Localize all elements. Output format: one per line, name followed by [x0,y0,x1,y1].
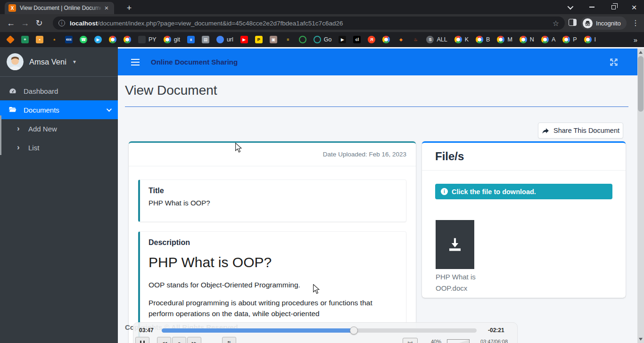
bookmark-google-1[interactable] [109,36,116,43]
tab-title-fade [91,2,103,14]
user-caret-icon[interactable]: ▾ [73,58,76,65]
browser-tab[interactable]: X View Document | Online Docume × [5,2,114,14]
bookmark-gem[interactable] [7,36,14,43]
files-card-title: File/s [422,143,626,171]
bookmark-eagle[interactable]: ▶ [339,36,346,43]
bookmark-telegram-icon: ▶ [94,36,102,43]
bookmark-google-2[interactable] [124,36,131,43]
sidebar-item-documents[interactable]: Documents [0,100,118,119]
sidebar-item-add-new[interactable]: › Add New [0,119,118,138]
page-scrollbar[interactable] [637,49,644,343]
bookmark-url-shortener-label: url [227,36,233,43]
bookmark-calculator[interactable]: ▤ [202,36,209,43]
bookmark-google-p[interactable]: P [562,36,577,43]
bookmark-whatsapp-icon: ☎ [80,36,87,43]
app-brand[interactable]: Online Document Sharing [151,58,238,66]
sidebar-item-list[interactable]: › List [0,138,118,157]
scrollbar-thumb[interactable] [638,56,644,112]
bookmark-google-n[interactable]: N [520,36,534,43]
scroll-down-arrow-icon[interactable] [639,338,643,341]
pause-button[interactable] [135,337,149,343]
bookmark-google-b[interactable]: B [476,36,490,43]
bookmark-plagiarism[interactable]: P [255,36,263,43]
bookmark-yandex[interactable]: Я [368,36,375,43]
restore-button[interactable] [603,0,624,14]
tab-close-icon[interactable]: × [103,4,110,12]
site-info-icon[interactable]: i [58,20,65,26]
new-tab-button[interactable]: + [124,3,135,13]
bookmarks-overflow-icon[interactable]: » [627,36,644,44]
bookmark-cart[interactable]: ¤ [284,36,292,43]
bookmark-barcode[interactable]: ||| [187,36,195,43]
bookmark-fire-icon: ♨ [412,36,419,43]
bookmark-google-a-icon [541,36,549,43]
side-panel-icon[interactable] [569,19,577,26]
bookmark-google-3[interactable] [382,36,390,43]
bookmark-python[interactable]: PY [138,36,157,43]
bookmark-python-label: PY [149,36,157,43]
user-panel[interactable]: Amsa Veni ▾ [0,47,118,77]
bookmark-items: +▪ılıIEEE☎▶PYgit|||▤url▶P▣¤Go▶clЯ◆♨SALLK… [7,36,627,43]
bookmark-telegram[interactable]: ▶ [94,36,102,43]
bookmark-green-ring[interactable] [299,36,306,43]
bookmark-all-sites[interactable]: SALL [426,36,447,43]
bookmark-star-icon[interactable]: ☆ [553,19,559,28]
bookmark-all-sites-icon: S [426,36,434,43]
rewind-button[interactable]: ◀◀ [157,337,171,343]
bookmark-youtube[interactable]: ▶ [240,36,248,43]
subtitle-txt-button[interactable]: txt [403,338,418,343]
shuffle-button[interactable]: ⇅ [222,337,236,343]
share-document-button[interactable]: Share This Document [538,122,623,139]
avatar[interactable] [7,53,24,70]
bookmark-analytics[interactable]: ılı [50,36,58,43]
fullscreen-expand-icon[interactable] [609,57,619,67]
minimize-button[interactable] [581,0,603,14]
xampp-favicon-icon: X [8,4,16,12]
scroll-up-arrow-icon[interactable] [639,51,643,54]
bookmark-cl[interactable]: cl [353,36,361,43]
page-viewport: Amsa Veni ▾ Dashboard Documents › Add Ne… [0,47,644,343]
bookmark-film[interactable]: ▣ [270,36,277,43]
url-text[interactable]: localhost/document/index.php?page=view_d… [70,20,549,27]
back-button[interactable]: ← [4,18,18,28]
document-card-header: Date Uploaded: Feb 16, 2023 [129,143,416,166]
close-icon: × [631,3,636,12]
tab-search-button[interactable] [559,0,580,14]
bookmark-cl-icon: cl [353,36,361,43]
browser-toolbar: ← → ↻ i localhost/document/index.php?pag… [0,14,644,32]
bookmark-url-shortener[interactable]: url [216,36,233,43]
bookmark-whatsapp[interactable]: ☎ [80,36,87,43]
bookmark-google-a[interactable]: A [541,36,555,43]
bookmark-google-i[interactable]: I [584,36,596,43]
mouse-cursor [235,143,242,153]
bookmark-godaddy[interactable]: Go [314,36,332,43]
bookmark-fire[interactable]: ♨ [412,36,419,43]
file-download-tile[interactable] [436,220,474,269]
volume-slider[interactable] [447,340,469,343]
stop-button[interactable]: ■ [172,337,186,343]
bookmark-google-n-icon [520,36,527,43]
player-progress-thumb[interactable] [350,327,358,335]
bookmark-git[interactable]: git [164,36,180,43]
minimize-icon [589,7,594,8]
forward-button[interactable]: → [18,18,32,28]
bookmark-matlab[interactable]: ◆ [397,36,405,43]
bookmark-orange-box[interactable]: ▪ [36,36,43,43]
fast-forward-button[interactable]: ▶▶ [187,337,201,343]
bookmark-google-k[interactable]: K [454,36,469,43]
reload-button[interactable]: ↻ [32,18,46,28]
bookmark-all-sites-label: ALL [437,36,447,43]
bookmark-google-m[interactable]: M [497,36,512,43]
file-name[interactable]: PHP What is OOP.docx [436,271,481,294]
address-bar[interactable]: i localhost/document/index.php?page=view… [53,16,565,30]
sidebar-item-dashboard[interactable]: Dashboard [0,82,118,100]
bookmark-sheets[interactable]: + [21,36,29,43]
player-progress-track[interactable] [162,328,477,333]
browser-menu-icon[interactable]: ⋮ [632,18,639,28]
title-divider [125,106,628,107]
tab-title: View Document | Online Docume [20,5,101,11]
incognito-badge: Incognito [581,16,627,30]
hamburger-menu-icon[interactable] [131,62,140,63]
bookmark-ieee[interactable]: IEEE [65,36,73,43]
close-window-button[interactable]: × [623,0,644,14]
